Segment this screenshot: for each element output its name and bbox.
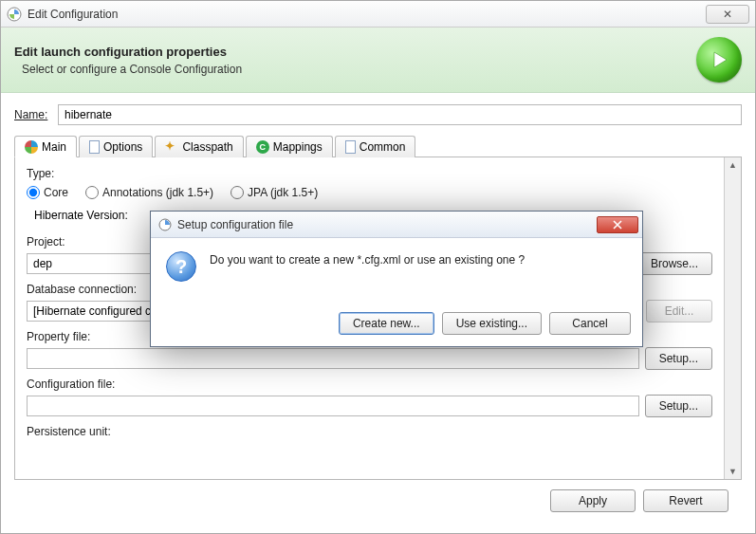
tab-label: Main xyxy=(42,140,66,154)
modal-titlebar: Setup configuration file xyxy=(151,212,642,238)
use-existing-button[interactable]: Use existing... xyxy=(442,312,542,335)
window-close-button[interactable]: ✕ xyxy=(706,5,749,24)
modal-title: Setup configuration file xyxy=(177,218,597,231)
tab-label: Mappings xyxy=(273,140,323,154)
tab-mappings[interactable]: CMappings xyxy=(246,136,333,157)
app-icon xyxy=(7,7,22,22)
mappings-icon: C xyxy=(256,140,269,154)
close-icon: ✕ xyxy=(723,8,732,21)
hibernate-version-label: Hibernate Version: xyxy=(34,209,128,222)
classpath-icon: ✦ xyxy=(165,140,178,154)
window-title: Edit Configuration xyxy=(28,8,706,21)
cancel-button[interactable]: Cancel xyxy=(549,312,631,335)
radio-annotations-input[interactable] xyxy=(85,186,99,199)
radio-label: JPA (jdk 1.5+) xyxy=(248,186,318,199)
footer-buttons: Apply Revert xyxy=(14,480,742,522)
config-file-setup-button[interactable]: Setup... xyxy=(645,395,712,417)
name-label: Name: xyxy=(14,108,58,121)
scrollbar[interactable]: ▲ ▼ xyxy=(724,157,741,479)
radio-jpa[interactable]: JPA (jdk 1.5+) xyxy=(230,186,318,199)
tab-main[interactable]: Main xyxy=(14,136,77,157)
radio-core-input[interactable] xyxy=(27,186,40,199)
tab-common[interactable]: Common xyxy=(335,136,416,157)
modal-icon xyxy=(158,218,172,231)
tab-label: Common xyxy=(360,140,406,154)
doc-icon xyxy=(345,140,356,154)
type-label: Type: xyxy=(27,167,712,180)
name-input[interactable] xyxy=(58,104,742,125)
tab-bar: Main Options ✦Classpath CMappings Common xyxy=(14,135,742,157)
radio-core[interactable]: Core xyxy=(27,186,68,199)
titlebar: Edit Configuration ✕ xyxy=(1,1,755,28)
run-icon xyxy=(696,37,742,83)
close-icon xyxy=(612,220,623,230)
persistence-unit-label: Persistence unit: xyxy=(27,425,712,438)
db-edit-button: Edit... xyxy=(646,300,712,322)
main-icon xyxy=(25,140,38,154)
config-file-group: Configuration file: Setup... xyxy=(27,377,712,417)
config-file-input[interactable] xyxy=(27,396,639,416)
modal-body: ? Do you want to create a new *.cfg.xml … xyxy=(151,238,642,306)
apply-button[interactable]: Apply xyxy=(550,489,636,512)
radio-label: Core xyxy=(44,186,68,199)
scroll-up-icon[interactable]: ▲ xyxy=(725,157,741,173)
scroll-down-icon[interactable]: ▼ xyxy=(725,464,741,479)
modal-message: Do you want to create a new *.cfg.xml or… xyxy=(210,251,525,267)
modal-button-row: Create new... Use existing... Cancel xyxy=(151,306,642,346)
header-title: Edit launch configuration properties xyxy=(14,45,696,59)
name-row: Name: xyxy=(14,104,742,125)
project-browse-button[interactable]: Browse... xyxy=(636,252,712,275)
tab-label: Classpath xyxy=(182,140,232,154)
type-radio-row: Core Annotations (jdk 1.5+) JPA (jdk 1.5… xyxy=(27,184,712,209)
property-file-setup-button[interactable]: Setup... xyxy=(645,347,712,370)
create-new-button[interactable]: Create new... xyxy=(339,312,434,335)
modal-close-button[interactable] xyxy=(597,216,638,233)
doc-icon xyxy=(89,140,100,154)
radio-label: Annotations (jdk 1.5+) xyxy=(102,186,213,199)
header-subtitle: Select or configure a Console Configurat… xyxy=(14,63,696,76)
tab-label: Options xyxy=(103,140,142,154)
radio-jpa-input[interactable] xyxy=(230,186,244,199)
header-text: Edit launch configuration properties Sel… xyxy=(14,45,696,76)
question-icon: ? xyxy=(166,251,196,282)
config-file-label: Configuration file: xyxy=(27,377,712,391)
header-banner: Edit launch configuration properties Sel… xyxy=(1,28,755,93)
tab-options[interactable]: Options xyxy=(79,136,153,157)
persistence-unit-group: Persistence unit: xyxy=(27,425,712,438)
radio-annotations[interactable]: Annotations (jdk 1.5+) xyxy=(85,186,213,199)
svg-marker-1 xyxy=(714,52,727,67)
revert-button[interactable]: Revert xyxy=(643,489,728,512)
tab-classpath[interactable]: ✦Classpath xyxy=(155,136,243,157)
setup-config-dialog: Setup configuration file ? Do you want t… xyxy=(150,211,643,366)
